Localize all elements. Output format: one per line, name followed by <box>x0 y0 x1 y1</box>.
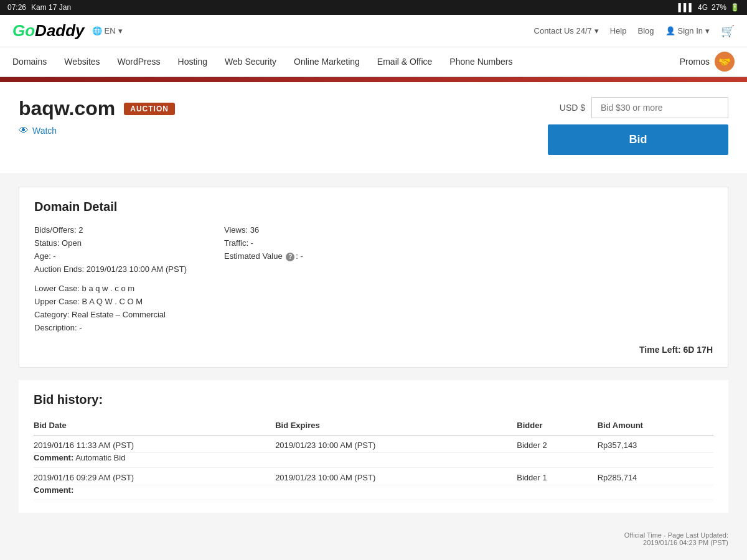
age: Age: - <box>34 251 187 261</box>
nav-domains[interactable]: Domains <box>12 57 47 67</box>
status-bar: 07:26 Kam 17 Jan ▌▌▌ 4G 27% 🔋 <box>0 0 747 15</box>
nav-online-marketing[interactable]: Online Marketing <box>294 57 360 67</box>
footer-note: Official Time - Page Last Updated: 2019/… <box>0 525 747 559</box>
nav-wordpress[interactable]: WordPress <box>118 57 161 67</box>
bid-button[interactable]: Bid <box>548 124 728 155</box>
eye-icon: 👁 <box>19 125 29 136</box>
nav-websites[interactable]: Websites <box>64 57 100 67</box>
watch-label: Watch <box>32 126 57 136</box>
table-row: 2019/01/16 11:33 AM (PST) 2019/01/23 10:… <box>34 436 713 453</box>
auction-badge: AUCTION <box>124 103 175 115</box>
auction-ends: Auction Ends: 2019/01/23 10:00 AM (PST) <box>34 264 187 274</box>
comment-row-2: Comment: <box>34 485 713 500</box>
lower-case: Lower Case: b a q w . c o m <box>34 284 713 293</box>
status-day: Kam 17 Jan <box>31 3 71 12</box>
lang-label: EN <box>105 26 116 35</box>
contact-link[interactable]: Contact Us 24/7 ▾ <box>534 26 599 35</box>
status-time: 07:26 <box>7 3 26 12</box>
nav-hosting[interactable]: Hosting <box>178 57 207 67</box>
battery-level: 27% <box>712 3 726 12</box>
cart-icon[interactable]: 🛒 <box>721 24 735 38</box>
info-icon[interactable]: ? <box>286 253 294 261</box>
col-bid-expires: Bid Expires <box>275 417 517 436</box>
bid-history-table: Bid Date Bid Expires Bidder Bid Amount 2… <box>34 417 713 500</box>
official-time-label: Official Time - Page Last Updated: <box>624 531 728 539</box>
bid-history-title: Bid history: <box>34 393 713 407</box>
bid-input[interactable] <box>591 97 728 118</box>
logo[interactable]: GoDaddy <box>12 21 85 40</box>
chevron-down-icon: ▾ <box>705 26 710 35</box>
language-selector[interactable]: 🌐 EN ▾ <box>92 26 123 35</box>
comment-1: Comment: Automatic Bid <box>34 453 713 468</box>
nav-phone-numbers[interactable]: Phone Numbers <box>449 57 512 67</box>
nav-promos[interactable]: Promos 🤝 <box>680 52 735 72</box>
globe-icon: 🌐 <box>92 26 102 35</box>
comment-row-1: Comment: Automatic Bid <box>34 453 713 468</box>
bidder-2: Bidder 1 <box>517 468 597 485</box>
bid-date-2: 2019/01/16 09:29 AM (PST) <box>34 468 275 485</box>
description: Description: - <box>34 323 713 332</box>
col-bid-amount: Bid Amount <box>598 417 713 436</box>
bid-amount-1: Rp357,143 <box>598 436 713 453</box>
nav-email-office[interactable]: Email & Office <box>377 57 432 67</box>
main-content: baqw.com AUCTION 👁 Watch USD $ Bid Domai… <box>0 82 747 559</box>
bid-area: USD $ Bid <box>548 97 728 155</box>
bid-history-section: Bid history: Bid Date Bid Expires Bidder… <box>19 380 728 513</box>
promos-label: Promos <box>680 57 710 67</box>
status: Status: Open <box>34 238 187 248</box>
bids-offers: Bids/Offers: 2 <box>34 225 187 235</box>
main-nav: Domains Websites WordPress Hosting Web S… <box>0 47 747 77</box>
bid-date-1: 2019/01/16 11:33 AM (PST) <box>34 436 275 453</box>
domain-detail-title: Domain Detail <box>34 200 713 214</box>
time-left: Time Left: 6D 17H <box>34 345 713 355</box>
usd-label: USD $ <box>560 103 585 113</box>
views: Views: 36 <box>224 225 303 235</box>
header: GoDaddy 🌐 EN ▾ Contact Us 24/7 ▾ Help Bl… <box>0 15 747 47</box>
table-row: 2019/01/16 09:29 AM (PST) 2019/01/23 10:… <box>34 468 713 485</box>
sign-in-label: Sign In <box>678 26 703 35</box>
comment-2: Comment: <box>34 485 713 500</box>
sign-in-button[interactable]: 👤 Sign In ▾ <box>665 26 710 35</box>
last-updated: 2019/01/16 04:23 PM (PST) <box>643 539 728 546</box>
category: Category: Real Estate – Commercial <box>34 310 713 319</box>
watch-button[interactable]: 👁 Watch <box>19 125 548 136</box>
bid-amount-2: Rp285,714 <box>598 468 713 485</box>
domain-detail-section: Domain Detail Bids/Offers: 2 Status: Ope… <box>19 187 728 368</box>
bidder-1: Bidder 2 <box>517 436 597 453</box>
chevron-down-icon: ▾ <box>594 26 599 35</box>
help-link[interactable]: Help <box>610 26 627 35</box>
bid-expires-2: 2019/01/23 10:00 AM (PST) <box>275 468 517 485</box>
col-bidder: Bidder <box>517 417 597 436</box>
signal-icon: ▌▌▌ <box>678 3 694 12</box>
contact-label: Contact Us 24/7 <box>534 26 592 35</box>
estimated-value: Estimated Value ?: - <box>224 251 303 261</box>
battery-icon: 🔋 <box>730 3 740 12</box>
person-icon: 👤 <box>665 26 675 35</box>
col-bid-date: Bid Date <box>34 417 275 436</box>
promos-icon: 🤝 <box>715 52 735 72</box>
auction-panel: baqw.com AUCTION 👁 Watch USD $ Bid <box>0 82 747 174</box>
bid-expires-1: 2019/01/23 10:00 AM (PST) <box>275 436 517 453</box>
blog-link[interactable]: Blog <box>637 26 654 35</box>
domain-title: baqw.com <box>19 97 115 120</box>
traffic: Traffic: - <box>224 238 303 248</box>
network-type: 4G <box>698 3 708 12</box>
upper-case: Upper Case: B A Q W . C O M <box>34 297 713 306</box>
chevron-down-icon: ▾ <box>118 26 123 35</box>
red-accent-bar <box>0 77 747 82</box>
nav-web-security[interactable]: Web Security <box>225 57 276 67</box>
